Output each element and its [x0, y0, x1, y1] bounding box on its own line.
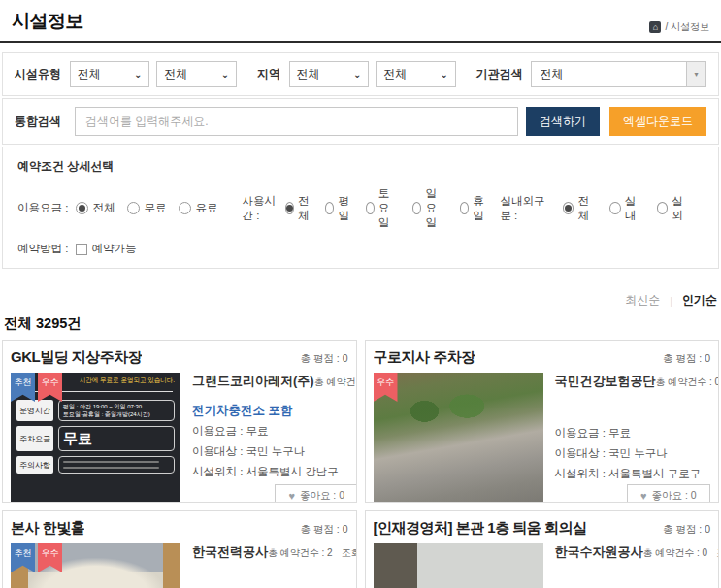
facility-image[interactable]: 우수 — [374, 373, 543, 502]
sort-bar: 최신순 | 인기순 — [0, 292, 717, 309]
indoor-option-indoor[interactable]: 실내 — [609, 194, 643, 223]
like-count: 좋아요 : 0 — [652, 489, 697, 503]
like-button[interactable]: ♥ 좋아요 : 0 — [275, 484, 356, 503]
reservation-filter-box: 예약조건 상세선택 이용요금 : 전체 무료 유료 사용시간 : 전체 평일 토… — [2, 147, 719, 269]
target-line: 이용대상 : 국민 누구나 — [192, 441, 357, 462]
excellent-badge: 우수 — [374, 373, 398, 402]
facility-image[interactable]: 시간에 무료로 운영되고 있습니다. 운영시간 평일 : 야간 19:00 ~ … — [11, 373, 180, 502]
breadcrumb: ⌂ / 시설정보 — [649, 20, 709, 34]
method-label: 예약방법 : — [17, 242, 68, 256]
facility-card[interactable]: GKL빌딩 지상주차장 총 평점 : 0 시간에 무료로 운영되고 있습니다. … — [2, 340, 357, 503]
org-search-select[interactable]: 전체 ▾ — [531, 61, 706, 87]
facility-title[interactable]: GKL빌딩 지상주차장 — [11, 348, 142, 367]
radio-icon — [366, 202, 375, 214]
org-search-select-value: 전체 — [532, 66, 686, 82]
like-count: 좋아요 : 0 — [300, 489, 344, 503]
fee-option-all-label: 전체 — [92, 201, 115, 215]
facility-title[interactable]: 구로지사 주차장 — [374, 348, 475, 367]
sign-row-label: 주차요금 — [16, 426, 53, 451]
facility-title[interactable]: [인재경영처] 본관 1층 틔움 회의실 — [374, 519, 587, 538]
view-count: 조회수 : 210 — [716, 546, 719, 560]
fee-option-all[interactable]: 전체 — [76, 201, 115, 215]
sign-row-text: 평일 : 야간 19:00 ~ 익일 07:30 — [63, 403, 170, 410]
facility-title[interactable]: 본사 한빛홀 — [11, 519, 84, 538]
region-select-1[interactable]: 전체 ⌄ — [289, 61, 370, 87]
facility-type-select-2-value: 전체 — [164, 66, 187, 82]
sign-row-text: 토요일·공휴일 : 종일개방(24시간) — [63, 410, 170, 418]
recommend-badge: 추천 — [11, 373, 35, 402]
organization-name: 그랜드코리아레저(주) — [192, 373, 314, 390]
method-group: 예약방법 : 예약가능 — [17, 242, 148, 256]
home-icon[interactable]: ⌂ — [649, 21, 661, 33]
excellent-badge: 우수 — [38, 543, 62, 572]
page-title: 시설정보 — [12, 9, 83, 34]
ev-charger-highlight: 전기차충전소 포함 — [192, 403, 357, 419]
search-input[interactable] — [75, 107, 518, 136]
result-count: 전체 3295건 — [4, 314, 721, 333]
region-select-1-value: 전체 — [297, 66, 320, 82]
reservation-count: 총 예약건수 : 0 — [643, 546, 708, 560]
indoor-option-outdoor[interactable]: 실외 — [657, 194, 691, 223]
facility-card[interactable]: [인재경영처] 본관 1층 틔움 회의실 총 평점 : 0 한국수자원공사 총 … — [365, 510, 720, 588]
region-select-2[interactable]: 전체 ⌄ — [376, 61, 456, 87]
time-option-holiday[interactable]: 휴일 — [460, 194, 488, 223]
time-option-saturday[interactable]: 토요일 — [366, 186, 401, 230]
facility-type-select-1[interactable]: 전체 ⌄ — [70, 61, 150, 87]
street-photo-image — [374, 373, 543, 502]
meeting-room-photo-image — [374, 543, 543, 588]
time-option-saturday-label: 토요일 — [378, 186, 400, 230]
reservation-count: 총 예약건수 : 0 — [656, 376, 720, 389]
method-checkbox[interactable]: 예약가능 — [76, 242, 136, 256]
facility-card[interactable]: 구로지사 주차장 총 평점 : 0 우수 국민건강보험공단 총 예약건수 : 0… — [365, 340, 720, 503]
page-header: 시설정보 ⌂ / 시설정보 — [0, 0, 721, 41]
region-label: 지역 — [257, 66, 280, 82]
time-option-all-label: 전체 — [298, 194, 312, 223]
fee-option-paid-label: 유료 — [195, 201, 217, 215]
rating-text: 총 평점 : 0 — [300, 352, 347, 366]
facility-type-select-2[interactable]: 전체 ⌄ — [156, 61, 237, 87]
time-option-all[interactable]: 전체 — [285, 194, 313, 223]
reservation-count: 총 예약건수 : 2 — [268, 546, 333, 560]
search-box: 통합검색 검색하기 엑셀다운로드 — [2, 98, 719, 145]
filter-box: 시설유형 전체 ⌄ 전체 ⌄ 지역 전체 ⌄ 전체 ⌄ 기관검색 전체 ▾ — [2, 52, 719, 96]
method-checkbox-label: 예약가능 — [91, 242, 136, 256]
time-option-weekday[interactable]: 평일 — [325, 194, 353, 223]
fee-radio-group: 이용요금 : 전체 무료 유료 — [17, 201, 242, 215]
search-button[interactable]: 검색하기 — [526, 107, 600, 136]
fee-label: 이용요금 : — [17, 201, 68, 215]
facility-image[interactable]: 추천 우수 — [11, 543, 180, 588]
fee-option-paid[interactable]: 유료 — [179, 201, 217, 215]
time-radio-group: 사용시간 : 전체 평일 토요일 일요일 휴일 — [242, 186, 500, 230]
facility-card[interactable]: 본사 한빛홀 총 평점 : 0 추천 우수 한국전력공사 총 예약건수 : 2 … — [2, 510, 357, 588]
header-divider — [0, 41, 721, 43]
reservation-count: 총 예약건수 : 0 — [314, 376, 357, 389]
excel-download-button[interactable]: 엑셀다운로드 — [609, 107, 706, 136]
fee-line: 이용요금 : 무료 — [192, 421, 357, 441]
rating-text: 총 평점 : 0 — [663, 523, 710, 537]
radio-icon — [76, 202, 88, 214]
fee-line: 이용요금 : 무료 — [555, 423, 720, 443]
indoor-option-all-label: 전체 — [577, 194, 597, 223]
time-option-sunday[interactable]: 일요일 — [412, 186, 447, 230]
sign-row-text: 무료 — [58, 426, 175, 451]
like-button[interactable]: ♥ 좋아요 : 0 — [627, 484, 710, 503]
chevron-down-icon: ⌄ — [353, 69, 361, 80]
fee-option-free[interactable]: 무료 — [127, 201, 166, 215]
radio-icon — [285, 202, 294, 214]
organization-name: 한국전력공사 — [192, 543, 268, 561]
sort-popular[interactable]: 인기순 — [682, 292, 717, 309]
heart-icon: ♥ — [640, 490, 647, 502]
sort-latest[interactable]: 최신순 — [625, 292, 660, 309]
indoor-option-outdoor-label: 실외 — [672, 194, 691, 223]
indoor-label: 실내외구분 : — [500, 194, 554, 223]
organization-name: 국민건강보험공단 — [555, 373, 656, 390]
sign-row-label: 주의사항 — [16, 456, 53, 474]
radio-icon — [460, 202, 469, 214]
chevron-down-icon: ⌄ — [221, 69, 229, 80]
facility-image[interactable] — [374, 543, 543, 588]
rating-text: 총 평점 : 0 — [663, 352, 710, 366]
radio-icon — [127, 202, 140, 214]
indoor-radio-group: 실내외구분 : 전체 실내 실외 — [500, 194, 704, 223]
radio-icon — [412, 202, 421, 214]
indoor-option-all[interactable]: 전체 — [563, 194, 597, 223]
